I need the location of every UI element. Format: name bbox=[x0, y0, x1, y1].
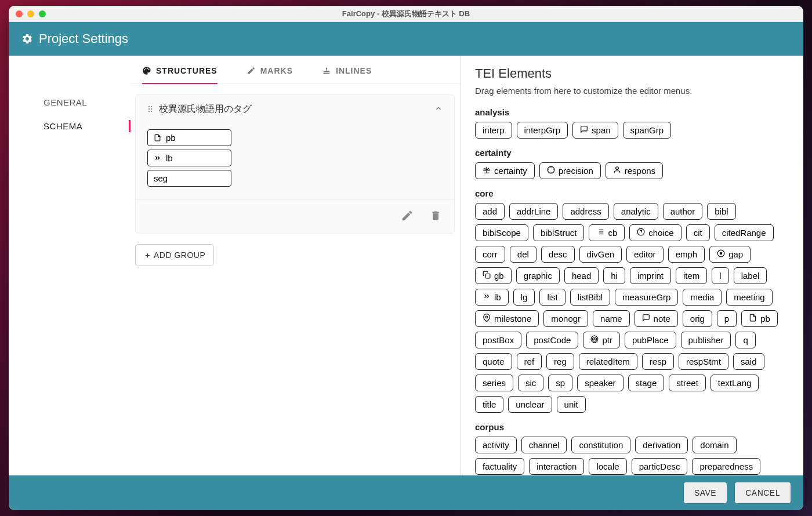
element-chip-desc[interactable]: desc bbox=[541, 246, 575, 263]
element-chip-interpGrp[interactable]: interpGrp bbox=[517, 122, 568, 139]
element-chip-addrLine[interactable]: addrLine bbox=[509, 203, 558, 220]
element-chip-series[interactable]: series bbox=[475, 375, 513, 391]
edit-group-button[interactable] bbox=[401, 209, 414, 224]
element-chip-corr[interactable]: corr bbox=[475, 246, 505, 263]
cancel-button[interactable]: CANCEL bbox=[735, 482, 791, 503]
element-chip-note[interactable]: note bbox=[635, 310, 678, 327]
element-chip-address[interactable]: address bbox=[563, 203, 608, 220]
element-chip-activity[interactable]: activity bbox=[475, 437, 517, 453]
element-chip-citedRange[interactable]: citedRange bbox=[715, 224, 774, 241]
group-header[interactable]: ⠿ 校異源氏物語用のタグ bbox=[136, 95, 454, 123]
element-chip-bibl[interactable]: bibl bbox=[707, 203, 735, 220]
element-chip-divGen[interactable]: divGen bbox=[579, 246, 622, 263]
element-chip-said[interactable]: said bbox=[733, 353, 764, 370]
element-chip-meeting[interactable]: meeting bbox=[726, 289, 772, 306]
element-chip-preparedness[interactable]: preparedness bbox=[692, 458, 760, 475]
element-chip-listBibl[interactable]: listBibl bbox=[570, 289, 610, 306]
element-chip-ptr[interactable]: ptr bbox=[583, 332, 620, 348]
element-chip-relatedItem[interactable]: relatedItem bbox=[579, 353, 637, 370]
drag-handle-icon[interactable]: ⠿ bbox=[147, 105, 152, 114]
element-chip-textLang[interactable]: textLang bbox=[710, 375, 759, 391]
element-chip-biblScope[interactable]: biblScope bbox=[475, 224, 528, 241]
element-chip-spanGrp[interactable]: spanGrp bbox=[623, 122, 672, 139]
element-chip-gap[interactable]: gap bbox=[709, 246, 751, 263]
element-chip-derivation[interactable]: derivation bbox=[635, 437, 688, 453]
element-chip-unit[interactable]: unit bbox=[557, 396, 586, 413]
element-chip-title[interactable]: title bbox=[475, 396, 503, 413]
element-chip-postCode[interactable]: postCode bbox=[526, 332, 578, 348]
nav-item-general[interactable]: GENERAL bbox=[44, 90, 119, 114]
element-chip-sp[interactable]: sp bbox=[548, 375, 572, 391]
tag-lb[interactable]: lb bbox=[147, 150, 231, 166]
element-chip-interaction[interactable]: interaction bbox=[529, 458, 584, 475]
element-chip-l[interactable]: l bbox=[712, 267, 728, 284]
element-chip-particDesc[interactable]: particDesc bbox=[632, 458, 688, 475]
tag-pb[interactable]: pb bbox=[147, 129, 231, 146]
element-chip-measureGrp[interactable]: measureGrp bbox=[615, 289, 678, 306]
element-chip-street[interactable]: street bbox=[669, 375, 706, 391]
tab-structures[interactable]: STRUCTURES bbox=[142, 66, 217, 83]
element-chip-q[interactable]: q bbox=[735, 332, 755, 348]
element-chip-graphic[interactable]: graphic bbox=[516, 267, 560, 284]
element-chip-reg[interactable]: reg bbox=[546, 353, 574, 370]
element-chip-publisher[interactable]: publisher bbox=[681, 332, 731, 348]
element-chip-respons[interactable]: respons bbox=[606, 162, 663, 179]
element-chip-emph[interactable]: emph bbox=[668, 246, 705, 263]
element-chip-cit[interactable]: cit bbox=[686, 224, 710, 241]
element-chip-head[interactable]: head bbox=[564, 267, 599, 284]
element-chip-item[interactable]: item bbox=[676, 267, 707, 284]
save-button[interactable]: SAVE bbox=[684, 482, 727, 503]
element-chip-domain[interactable]: domain bbox=[693, 437, 736, 453]
element-chip-channel[interactable]: channel bbox=[521, 437, 567, 453]
nav-item-schema[interactable]: SCHEMA bbox=[44, 114, 119, 138]
element-chip-interp[interactable]: interp bbox=[475, 122, 512, 139]
element-chip-precision[interactable]: precision bbox=[539, 162, 601, 179]
element-chip-stage[interactable]: stage bbox=[628, 375, 665, 391]
element-chip-lg[interactable]: lg bbox=[513, 289, 535, 306]
element-chip-cb[interactable]: cb bbox=[589, 224, 625, 241]
element-chip-quote[interactable]: quote bbox=[475, 353, 512, 370]
element-chip-lb[interactable]: lb bbox=[475, 289, 509, 306]
element-chip-locale[interactable]: locale bbox=[589, 458, 626, 475]
element-chip-ref[interactable]: ref bbox=[517, 353, 542, 370]
element-chip-unclear[interactable]: unclear bbox=[508, 396, 552, 413]
tag-seg[interactable]: seg bbox=[147, 170, 231, 187]
panel-subtitle: Drag elements from here to customize the… bbox=[475, 86, 789, 96]
element-chip-monogr[interactable]: monogr bbox=[543, 310, 588, 327]
add-group-button[interactable]: ADD GROUP bbox=[135, 244, 214, 266]
element-chip-postBox[interactable]: postBox bbox=[475, 332, 521, 348]
element-chip-list[interactable]: list bbox=[539, 289, 565, 306]
element-chip-respStmt[interactable]: respStmt bbox=[679, 353, 728, 370]
delete-group-button[interactable] bbox=[430, 209, 441, 224]
element-chip-span[interactable]: span bbox=[572, 122, 618, 139]
element-chip-analytic[interactable]: analytic bbox=[614, 203, 658, 220]
element-chip-pubPlace[interactable]: pubPlace bbox=[625, 332, 676, 348]
element-chip-biblStruct[interactable]: biblStruct bbox=[533, 224, 585, 241]
element-chip-author[interactable]: author bbox=[663, 203, 703, 220]
element-chip-constitution[interactable]: constitution bbox=[571, 437, 630, 453]
element-chip-sic[interactable]: sic bbox=[518, 375, 543, 391]
element-chip-certainty[interactable]: certainty bbox=[475, 162, 535, 179]
element-chip-choice[interactable]: choice bbox=[629, 224, 681, 241]
element-chip-media[interactable]: media bbox=[683, 289, 722, 306]
element-chip-name[interactable]: name bbox=[593, 310, 630, 327]
element-chip-pb[interactable]: pb bbox=[741, 310, 778, 327]
element-chip-p[interactable]: p bbox=[717, 310, 737, 327]
element-chip-label[interactable]: label bbox=[734, 267, 767, 284]
element-chip-del[interactable]: del bbox=[510, 246, 536, 263]
close-window-button[interactable] bbox=[16, 10, 23, 17]
element-chip-add[interactable]: add bbox=[475, 203, 505, 220]
element-chip-resp[interactable]: resp bbox=[642, 353, 674, 370]
element-chip-factuality[interactable]: factuality bbox=[475, 458, 524, 475]
maximize-window-button[interactable] bbox=[39, 10, 46, 17]
element-chip-editor[interactable]: editor bbox=[626, 246, 664, 263]
tab-marks[interactable]: MARKS bbox=[246, 66, 293, 83]
tab-inlines[interactable]: INLINES bbox=[322, 66, 372, 83]
element-chip-orig[interactable]: orig bbox=[683, 310, 712, 327]
element-chip-hi[interactable]: hi bbox=[603, 267, 625, 284]
element-chip-milestone[interactable]: milestone bbox=[475, 310, 539, 327]
element-chip-gb[interactable]: gb bbox=[475, 267, 512, 284]
element-chip-speaker[interactable]: speaker bbox=[577, 375, 623, 391]
element-chip-imprint[interactable]: imprint bbox=[630, 267, 671, 284]
minimize-window-button[interactable] bbox=[27, 10, 34, 17]
